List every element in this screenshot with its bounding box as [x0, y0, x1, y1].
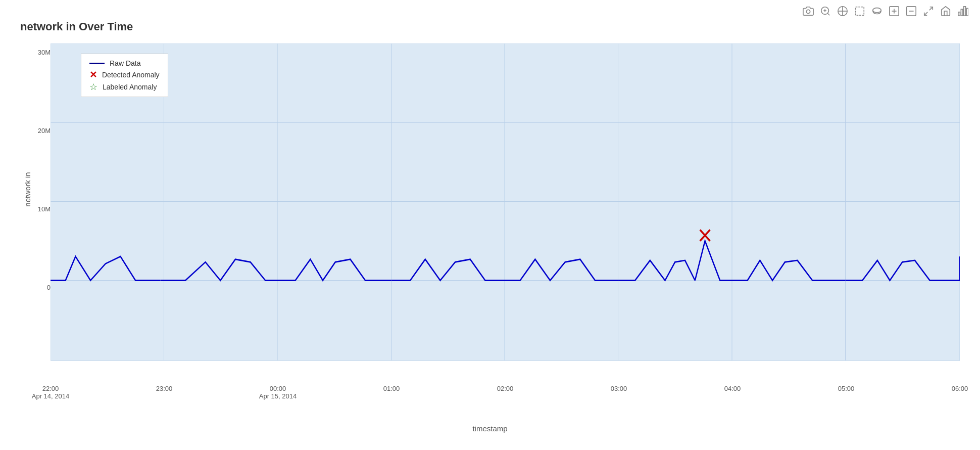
svg-rect-19 — [964, 7, 966, 16]
legend-labeled-anomaly-label: Labeled Anomaly — [103, 83, 157, 91]
selection-box-icon[interactable] — [853, 4, 867, 18]
bar-chart-icon[interactable] — [956, 4, 970, 18]
zoom-out-icon[interactable] — [904, 4, 918, 18]
zoom-in-icon[interactable] — [887, 4, 901, 18]
svg-point-0 — [806, 10, 810, 13]
legend-star-symbol: ☆ — [89, 82, 97, 92]
x-tick-2200: 22:00 Apr 14, 2014 — [32, 385, 69, 400]
x-tick-0600: 06:00 — [952, 385, 968, 392]
camera-icon[interactable] — [801, 4, 815, 18]
toolbar — [801, 4, 970, 18]
svg-rect-21 — [51, 43, 960, 361]
chart-title: network in Over Time — [20, 20, 960, 33]
svg-point-9 — [873, 8, 881, 13]
chart-container: network in Over Time 30M 20M 10M 0 netwo… — [20, 20, 960, 435]
lasso-icon[interactable] — [870, 4, 884, 18]
svg-line-15 — [929, 7, 933, 10]
crosshair-icon[interactable] — [836, 4, 850, 18]
y-tick-0: 0 — [47, 284, 51, 291]
legend: Raw Data ✕ Detected Anomaly ☆ Labeled An… — [81, 54, 168, 97]
x-axis: 22:00 Apr 14, 2014 23:00 00:00 Apr 15, 2… — [51, 385, 960, 410]
svg-rect-8 — [856, 7, 864, 16]
legend-raw-data: Raw Data — [89, 59, 160, 67]
legend-raw-data-label: Raw Data — [110, 59, 140, 67]
legend-x-symbol: ✕ — [89, 70, 97, 79]
legend-detected-anomaly-label: Detected Anomaly — [102, 71, 160, 79]
svg-rect-18 — [961, 9, 963, 16]
x-axis-label: timestamp — [472, 424, 507, 433]
y-tick-30m: 30M — [38, 49, 51, 56]
x-tick-0300: 03:00 — [611, 385, 627, 392]
legend-labeled-anomaly: ☆ Labeled Anomaly — [89, 82, 160, 92]
y-tick-20m: 20M — [38, 127, 51, 134]
x-tick-2300: 23:00 — [156, 385, 173, 392]
y-axis-label: network in — [23, 172, 32, 206]
y-tick-10m: 10M — [38, 205, 51, 213]
x-tick-0100: 01:00 — [383, 385, 400, 392]
x-tick-0500: 05:00 — [838, 385, 855, 392]
svg-rect-20 — [966, 9, 968, 16]
x-tick-0000: 00:00 Apr 15, 2014 — [259, 385, 297, 400]
chart-svg — [51, 43, 960, 377]
chart-area: 30M 20M 10M 0 network in — [20, 43, 960, 438]
svg-rect-17 — [958, 12, 960, 16]
legend-line-symbol — [89, 63, 105, 64]
y-axis: 30M 20M 10M 0 — [20, 43, 51, 372]
zoom-icon[interactable] — [818, 4, 832, 18]
svg-line-2 — [827, 13, 829, 15]
expand-icon[interactable] — [921, 4, 936, 18]
home-icon[interactable] — [939, 4, 953, 18]
x-tick-0400: 04:00 — [724, 385, 741, 392]
legend-detected-anomaly: ✕ Detected Anomaly — [89, 70, 160, 79]
svg-line-16 — [924, 12, 927, 15]
x-tick-0200: 02:00 — [497, 385, 514, 392]
